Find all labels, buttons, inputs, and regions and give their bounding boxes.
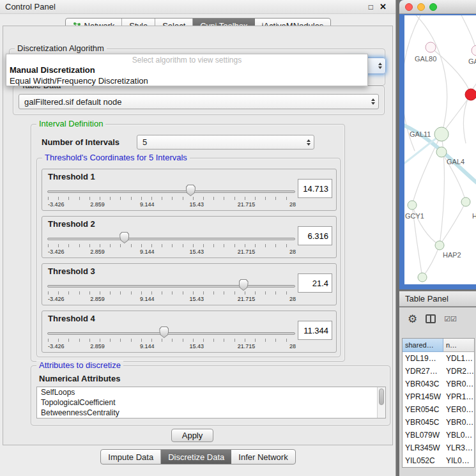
scale-label: 28 bbox=[289, 249, 296, 255]
threshold-value-field[interactable] bbox=[298, 273, 332, 293]
algorithm-popup: Select algorithm to view settings Manual… bbox=[6, 54, 368, 86]
column-header[interactable]: n… bbox=[443, 339, 474, 352]
attributes-group: Attributes to discretize Numerical Attri… bbox=[31, 365, 390, 426]
graph-node[interactable] bbox=[461, 197, 470, 206]
tab-label: Infer Network bbox=[238, 452, 288, 462]
close-light-icon[interactable] bbox=[405, 3, 413, 11]
table-cell[interactable]: YDR2… bbox=[443, 365, 474, 378]
num-intervals-combo[interactable]: 5 bbox=[137, 135, 314, 150]
table-cell[interactable]: YIL0… bbox=[443, 454, 474, 467]
scale-label: 21.715 bbox=[238, 343, 256, 349]
list-scrollbar[interactable] bbox=[377, 387, 385, 418]
threshold-slider[interactable]: -3.4262.8599.14415.4321.71528 bbox=[47, 231, 298, 257]
scale-label: 9.144 bbox=[140, 201, 155, 208]
table-row[interactable]: YER054CYER0… bbox=[403, 403, 474, 416]
table-panel-header[interactable]: Table Panel bbox=[399, 291, 476, 307]
scale-label: 28 bbox=[289, 296, 296, 302]
table-cell[interactable]: YER054C bbox=[403, 403, 443, 416]
network-canvas[interactable]: GAL80GAGAL11GAL4GCY1HHAP2 bbox=[404, 15, 476, 284]
apply-button[interactable]: Apply bbox=[171, 429, 213, 442]
threshold-slider[interactable]: -3.4262.8599.14415.4321.71528 bbox=[47, 183, 298, 210]
float-window-icon[interactable]: □ bbox=[369, 3, 373, 12]
tab-infer-network[interactable]: Infer Network bbox=[231, 450, 295, 464]
popup-option-equal-width-frequency-discretization[interactable]: Equal Width/Frequency Discretization bbox=[6, 75, 367, 86]
slider-track[interactable] bbox=[47, 238, 295, 240]
graph-node[interactable] bbox=[434, 127, 449, 141]
scale-label: 21.715 bbox=[238, 201, 256, 208]
num-intervals-label: Number of Intervals bbox=[42, 137, 119, 147]
table-cell[interactable]: YBL079W bbox=[403, 429, 443, 441]
table-cell[interactable]: YDR27… bbox=[403, 365, 443, 378]
list-item-topologicalcoefficient[interactable]: TopologicalCoefficient bbox=[37, 397, 385, 408]
popup-options: Manual DiscretizationEqual Width/Frequen… bbox=[6, 65, 367, 86]
combo-stepper-icon bbox=[371, 98, 375, 105]
tab-discretize-data[interactable]: Discretize Data bbox=[161, 450, 231, 464]
slider-track[interactable] bbox=[47, 190, 295, 193]
table-cell[interactable]: YER0… bbox=[443, 403, 474, 416]
close-icon[interactable]: ✕ bbox=[380, 2, 387, 12]
graph-node[interactable] bbox=[408, 201, 417, 210]
table-row[interactable]: YBR045CYBR0… bbox=[403, 416, 474, 429]
slider-thumb[interactable] bbox=[186, 185, 196, 196]
graph-edge bbox=[422, 245, 440, 277]
table-cell[interactable]: YPR145W bbox=[403, 390, 443, 403]
graph-edge bbox=[431, 47, 471, 95]
table-cell[interactable]: YDL1… bbox=[443, 352, 474, 365]
graph-node[interactable] bbox=[465, 89, 476, 100]
graph-node[interactable] bbox=[472, 45, 476, 56]
control-panel-titlebar[interactable]: Control Panel □ ✕ bbox=[0, 0, 395, 14]
slider-thumb[interactable] bbox=[159, 326, 169, 338]
graph-node[interactable] bbox=[426, 42, 436, 52]
table-row[interactable]: YDL19…YDL1… bbox=[403, 352, 474, 365]
graph-node[interactable] bbox=[435, 241, 444, 250]
slider-thumb[interactable] bbox=[119, 232, 129, 243]
threshold-panel: Threshold 3-3.4262.8599.14415.4321.71528 bbox=[42, 263, 337, 305]
slider-track[interactable] bbox=[47, 285, 295, 288]
table-cell[interactable]: YBL0… bbox=[443, 429, 474, 441]
table-cell[interactable]: YLR345W bbox=[403, 441, 443, 454]
slider-thumb[interactable] bbox=[239, 279, 249, 291]
threshold-value-field[interactable] bbox=[298, 179, 332, 198]
scrollbar-thumb[interactable] bbox=[379, 388, 384, 405]
graph-node[interactable] bbox=[436, 147, 447, 157]
scale-label: 2.859 bbox=[90, 249, 105, 255]
select-rows-checkbox-icon[interactable]: ☑☑ bbox=[444, 315, 457, 323]
threshold-value-field[interactable] bbox=[298, 321, 332, 340]
tab-impute-data[interactable]: Impute Data bbox=[101, 450, 161, 464]
table-data-combo[interactable]: galFiltered.sif default node bbox=[19, 94, 379, 109]
scale-label: 21.715 bbox=[238, 249, 256, 255]
zoom-light-icon[interactable] bbox=[429, 3, 437, 11]
table-data-combo-value: galFiltered.sif default node bbox=[24, 97, 121, 107]
list-item-betweennesscentrality[interactable]: BetweennessCentrality bbox=[37, 408, 385, 418]
column-header[interactable]: shared… bbox=[403, 339, 443, 352]
columns-icon[interactable] bbox=[426, 314, 436, 323]
table-row[interactable]: YLR345WYLR3… bbox=[403, 441, 474, 454]
gear-icon[interactable]: ⚙ bbox=[408, 314, 417, 325]
table-cell[interactable]: YIL052C bbox=[403, 454, 443, 467]
table-cell[interactable]: YDL19… bbox=[403, 352, 443, 365]
table-cell[interactable]: YLR3… bbox=[443, 441, 474, 454]
graph-node[interactable] bbox=[418, 273, 427, 282]
table-row[interactable]: YBL079WYBL0… bbox=[403, 429, 474, 441]
table-cell[interactable]: YBR0… bbox=[443, 378, 474, 390]
table-cell[interactable]: YBR0… bbox=[443, 416, 474, 429]
table-row[interactable]: YBR043CYBR0… bbox=[403, 378, 474, 390]
threshold-value-field[interactable] bbox=[298, 226, 332, 245]
network-graph: GAL80GAGAL11GAL4GCY1HHAP2 bbox=[404, 15, 476, 284]
minimize-light-icon[interactable] bbox=[417, 3, 425, 11]
slider-track[interactable] bbox=[47, 332, 295, 335]
threshold-slider[interactable]: -3.4262.8599.14415.4321.71528 bbox=[47, 325, 298, 352]
table-row[interactable]: YPR145WYPR1… bbox=[403, 390, 474, 403]
table-row[interactable]: YIL052CYIL0… bbox=[403, 454, 474, 467]
table-cell[interactable]: YBR045C bbox=[403, 416, 443, 429]
popup-option-manual-discretization[interactable]: Manual Discretization bbox=[6, 65, 367, 75]
combo-stepper-icon bbox=[307, 139, 311, 146]
scale-label: 9.144 bbox=[140, 343, 155, 349]
list-item-selfloops[interactable]: SelfLoops bbox=[37, 387, 385, 397]
threshold-slider[interactable]: -3.4262.8599.14415.4321.71528 bbox=[47, 278, 298, 305]
slider-scale: -3.4262.8599.14415.4321.71528 bbox=[48, 201, 296, 209]
network-window-titlebar[interactable] bbox=[399, 0, 476, 14]
table-cell[interactable]: YBR043C bbox=[403, 378, 443, 390]
table-row[interactable]: YDR27…YDR2… bbox=[403, 365, 474, 378]
table-cell[interactable]: YPR1… bbox=[443, 390, 474, 403]
